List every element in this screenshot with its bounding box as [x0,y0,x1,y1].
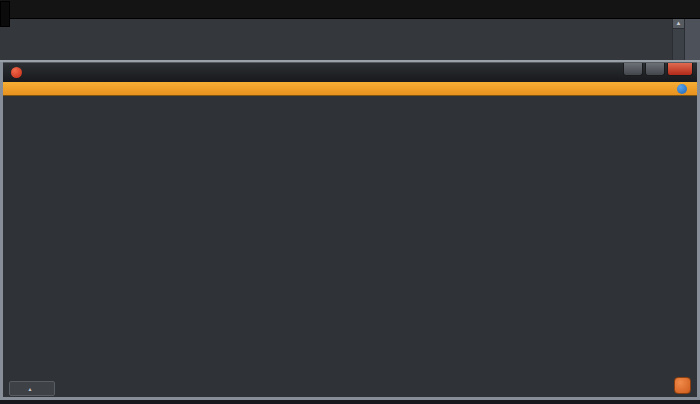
minimize-button[interactable] [623,63,643,76]
tab-bar [0,0,700,19]
scrollbar-up-icon[interactable]: ▲ [673,19,684,29]
options-button[interactable]: ▲ [9,381,55,396]
window-title-bar[interactable] [3,62,697,82]
maximize-button[interactable] [645,63,665,76]
brand-logo [674,377,691,394]
table-vertical-scrollbar[interactable]: ▲ [672,19,684,60]
close-button[interactable] [667,63,693,76]
results-graph-window: ▲ [0,62,700,400]
winnings-bar [3,82,697,96]
table-side-tab[interactable] [684,19,700,60]
app-root: ▲ ▲ [0,0,700,404]
chevron-up-icon: ▲ [28,386,33,392]
stats-side-tab[interactable] [0,1,10,27]
holdem-manager-icon [11,67,22,78]
info-icon[interactable] [677,84,687,94]
sessions-table: ▲ [0,19,700,62]
window-bottom-edge [0,400,700,404]
